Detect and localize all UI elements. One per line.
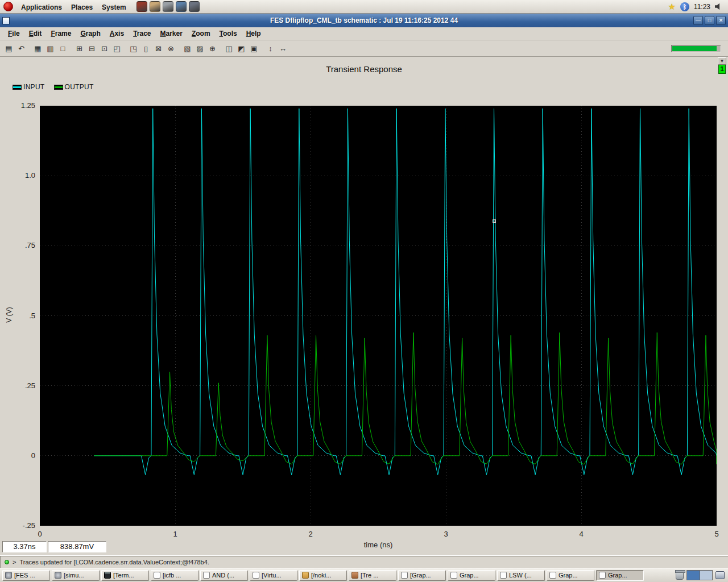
maximize-button[interactable]: □ [705,16,714,25]
menu-edit[interactable]: Edit [24,28,47,39]
task-label: [Virtu... [262,572,282,579]
taskbar-button[interactable]: [/noki... [299,570,347,581]
menu-graph[interactable]: Graph [76,28,105,39]
plot-canvas[interactable] [40,106,717,526]
taskbar-button[interactable]: [FES ... [2,570,50,581]
toolbar-icons: ▤↶▦▥□⊞⊟⊡◰◳▯⊠⊗▧▨⊕◫◩▣↕↔ [3,43,289,55]
launcher-icon-3[interactable] [163,1,173,12]
workspace-2[interactable] [700,571,713,580]
split-vertical-icon[interactable]: ⊟ [86,43,98,55]
taskbar-button[interactable]: [Virtu... [250,570,297,581]
zoom-in-icon[interactable]: ⊕ [206,43,218,55]
menu-axis[interactable]: Axis [105,28,129,39]
pan-vertical-icon[interactable]: ↕ [264,43,276,55]
page-icon [253,572,259,579]
vertical-marker-icon[interactable]: ▧ [181,43,193,55]
launcher-icon-4[interactable] [176,1,187,12]
zoom-fit-icon[interactable]: ▣ [248,43,260,55]
task-label: [simu... [64,572,84,579]
taskbar-button[interactable]: [Term... [101,570,149,581]
strip-chart-icon[interactable]: ▥ [44,43,56,55]
x-tick-label: 2 [299,530,322,538]
trace-selector-dropdown-icon[interactable]: ▼ [718,57,726,65]
launcher-icon-1[interactable] [136,1,147,12]
status-led-icon [5,560,9,564]
task-label: [Tre ... [361,572,378,579]
panel-tray: ★ ᛒ 11:23 [668,2,725,11]
workspace-1[interactable] [687,571,700,580]
x-axis-label: time (ns) [40,541,717,549]
layout-right-icon[interactable]: ◳ [127,43,139,55]
taskbar-button[interactable]: Grap... [547,570,594,581]
volume-icon[interactable] [715,3,722,10]
bluetooth-icon[interactable]: ᛒ [680,2,689,11]
page-icon [401,572,408,579]
menu-trace[interactable]: Trace [129,28,155,39]
delete-marker-icon[interactable]: ⊗ [165,43,177,55]
taskbar-button[interactable]: [Tre ... [349,570,396,581]
mouse-cursor [493,219,496,223]
status-prompt: > [13,559,16,566]
taskbar-button[interactable]: Grap... [596,570,644,581]
zoom-x-icon[interactable]: ◫ [223,43,235,55]
legend-item-input[interactable]: INPUT [13,83,45,91]
x-tick-label: 3 [435,530,457,538]
print-icon[interactable]: ▤ [3,43,15,55]
single-strip-icon[interactable]: ▯ [140,43,152,55]
clay-icon [351,572,358,579]
layout-top-icon[interactable]: ◰ [111,43,123,55]
menu-tools[interactable]: Tools [215,28,242,39]
redhat-menu-icon[interactable] [3,2,13,11]
taskbar-button[interactable]: [Grap... [398,570,446,581]
legend-label: INPUT [23,83,45,91]
panel-menus: ApplicationsPlacesSystem [16,2,131,12]
taskbar-button[interactable]: [simu... [52,570,100,581]
y-axis-label: V (V) [5,302,13,327]
new-window-icon[interactable]: □ [57,43,69,55]
marker-icon[interactable]: ⊠ [152,43,164,55]
taskbar-button[interactable]: AND (... [200,570,248,581]
panel-menu-system[interactable]: System [97,2,131,13]
menu-file[interactable]: File [3,28,24,39]
task-label: [Grap... [410,572,431,579]
window-controls: —□✕ [693,16,726,25]
task-label: LSW (... [509,572,532,579]
taskbar-button[interactable]: [icfb ... [151,570,198,581]
menu-zoom[interactable]: Zoom [187,28,215,39]
launcher-icon-2[interactable] [150,1,160,12]
y-tick-label: 1.0 [0,171,35,180]
launcher-icon-5[interactable] [189,1,200,12]
grid-icon[interactable]: ▦ [32,43,44,55]
legend-item-output[interactable]: OUTPUT [54,83,94,91]
pan-horizontal-icon[interactable]: ↔ [277,43,289,55]
minimize-button[interactable]: — [693,16,703,25]
close-button[interactable]: ✕ [716,16,726,25]
split-horizontal-icon[interactable]: ⊞ [73,43,85,55]
panel-clock[interactable]: 11:23 [694,3,710,11]
undo-icon[interactable]: ↶ [15,43,27,55]
window-title: FES Dflipflop_CML_tb schematic : Jul 19 … [0,16,728,24]
menu-marker[interactable]: Marker [156,28,187,39]
trash-icon[interactable] [676,571,684,580]
menu-frame[interactable]: Frame [46,28,76,39]
x-tick-label: 0 [28,530,51,538]
task-label: Grap... [559,572,578,579]
subplot-icon[interactable]: ⊡ [98,43,110,55]
menubar: FileEditFrameGraphAxisTraceMarkerZoomToo… [0,27,728,40]
task-label: [/noki... [311,572,331,579]
cursor-y-readout: 838.87mV [48,541,106,552]
taskbar-button[interactable]: LSW (... [497,570,545,581]
notification-star-icon[interactable]: ★ [668,2,675,11]
graph-area: Transient Response 1 ▼ INPUTOUTPUT V (V)… [0,57,728,555]
progress-bar [671,45,721,52]
zoom-y-icon[interactable]: ◩ [235,43,247,55]
panel-menu-applications[interactable]: Applications [16,2,67,13]
trace-input[interactable] [94,109,717,475]
horizontal-marker-icon[interactable]: ▨ [194,43,206,55]
panel-menu-places[interactable]: Places [67,2,97,13]
taskbar-button[interactable]: Grap... [448,570,495,581]
trace-output[interactable] [94,332,717,464]
window-titlebar[interactable]: FES Dflipflop_CML_tb schematic : Jul 19 … [0,14,728,27]
display-icon[interactable] [715,571,725,579]
menu-help[interactable]: Help [242,28,266,39]
